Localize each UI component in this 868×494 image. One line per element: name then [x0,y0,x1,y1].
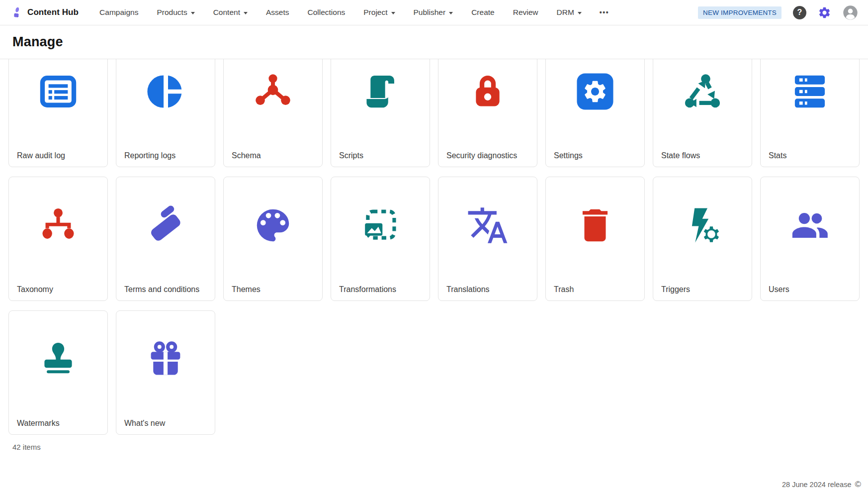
new-improvements-badge[interactable]: NEW IMPROVEMENTS [698,6,781,19]
brand-flower-icon [10,6,23,19]
release-footer: 28 June 2024 release © [782,480,861,490]
card-terms-and-conditions[interactable]: Terms and conditions [116,177,215,301]
card-stats[interactable]: Stats [760,43,860,167]
user-avatar[interactable] [843,5,858,20]
chevron-down-icon [191,12,195,14]
brand-title: Content Hub [27,7,79,17]
content-hub-logo[interactable]: Content Hub [10,6,79,19]
card-what-s-new[interactable]: What's new [116,310,215,435]
chevron-down-icon [391,12,395,14]
bolt-gear-icon [653,199,752,252]
card-watermarks[interactable]: Watermarks [8,310,108,435]
card-users[interactable]: Users [760,177,860,301]
card-taxonomy[interactable]: Taxonomy [8,177,108,301]
translate-icon [438,199,537,252]
gear-square-icon [546,65,644,118]
nav-item-review[interactable]: Review [513,8,538,17]
server-stack-icon [761,65,859,118]
card-label: Watermarks [17,419,60,428]
card-triggers[interactable]: Triggers [653,177,752,301]
card-label: Scripts [339,151,363,160]
stamp-icon [9,333,107,386]
card-label: State flows [661,151,700,160]
card-label: Taxonomy [17,285,53,294]
cycle-arrows-icon [653,65,752,118]
nav-item-project[interactable]: Project [363,8,395,17]
card-reporting-logs[interactable]: Reporting logs [116,43,215,167]
card-label: Trash [554,285,574,294]
nav-item-collections[interactable]: Collections [307,8,345,17]
pie-chart-icon [116,65,215,118]
card-schema[interactable]: Schema [223,43,323,167]
nav-right-cluster: NEW IMPROVEMENTS ? [698,5,858,20]
nav-item-content[interactable]: Content [213,8,248,17]
org-chart-icon [9,199,107,252]
card-settings[interactable]: Settings [545,43,645,167]
chevron-down-icon [449,12,453,14]
people-icon [761,199,859,252]
crop-image-icon [331,199,430,252]
copyright-icon: © [855,480,861,490]
chevron-down-icon [578,12,582,14]
molecule-icon [224,65,322,118]
card-label: Translations [446,285,490,294]
card-label: Transformations [339,285,396,294]
manage-content: Raw audit log Reporting logs Schema Scri… [0,43,868,451]
card-label: Themes [232,285,260,294]
card-label: Schema [232,151,261,160]
card-label: Triggers [661,285,690,294]
nav-item-campaigns[interactable]: Campaigns [99,8,138,17]
card-label: Terms and conditions [124,285,199,294]
card-security-diagnostics[interactable]: Security diagnostics [438,43,537,167]
nav-item-assets[interactable]: Assets [266,8,289,17]
chevron-down-icon [244,12,248,14]
main-menu: Campaigns Products Content Assets Collec… [99,8,582,17]
handshake-icon [116,199,215,252]
card-label: Reporting logs [124,151,175,160]
card-transformations[interactable]: Transformations [331,177,430,301]
card-raw-audit-log[interactable]: Raw audit log [8,43,108,167]
lock-icon [438,65,537,118]
help-icon[interactable]: ? [793,6,806,19]
nav-item-drm[interactable]: DRM [557,8,582,17]
page-header: Manage [0,25,868,59]
card-themes[interactable]: Themes [223,177,323,301]
card-scripts[interactable]: Scripts [331,43,430,167]
more-menu-icon[interactable]: ••• [599,8,610,16]
card-label: Security diagnostics [446,151,517,160]
card-translations[interactable]: Translations [438,177,537,301]
audit-log-icon [9,65,107,118]
nav-item-products[interactable]: Products [157,8,194,17]
page-title: Manage [12,34,63,50]
trash-icon [546,199,644,252]
manage-card-grid: Raw audit log Reporting logs Schema Scri… [8,43,860,435]
items-count: 42 items [12,443,868,451]
card-state-flows[interactable]: State flows [653,43,752,167]
card-label: Settings [554,151,583,160]
card-label: Raw audit log [17,151,65,160]
settings-gear-icon[interactable] [818,6,831,19]
palette-icon [224,199,322,252]
card-label: Stats [769,151,786,160]
nav-item-create[interactable]: Create [471,8,495,17]
gift-icon [116,333,215,386]
card-label: What's new [124,419,165,428]
avatar-icon [843,5,858,20]
card-trash[interactable]: Trash [545,177,645,301]
card-label: Users [769,285,789,294]
nav-item-publisher[interactable]: Publisher [414,8,453,17]
top-navigation-bar: Content Hub Campaigns Products Content A… [0,0,868,25]
scroll-icon [331,65,430,118]
release-label: 28 June 2024 release [782,481,851,489]
